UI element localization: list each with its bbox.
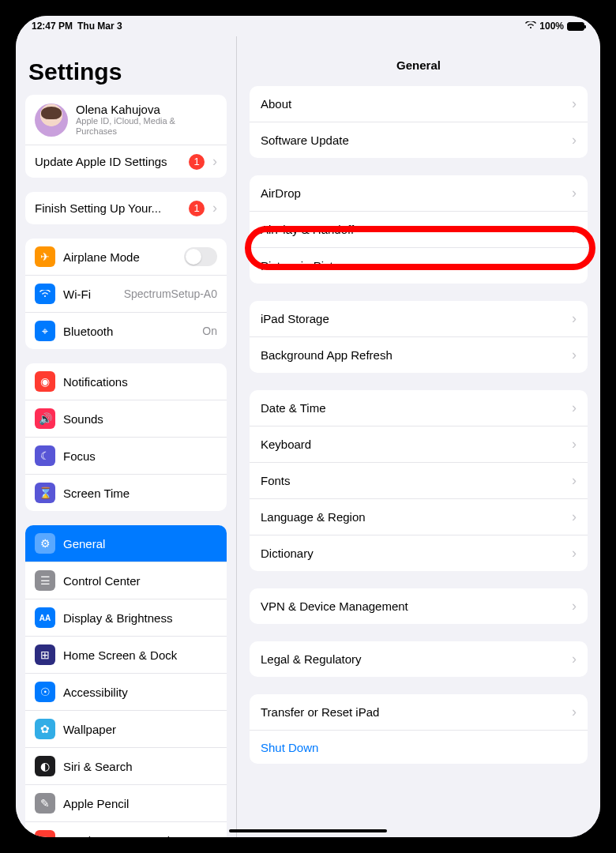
- siri-icon: ◐: [35, 756, 55, 776]
- keyboard-row[interactable]: Keyboard›: [250, 426, 588, 463]
- chevron-right-icon: ›: [572, 436, 577, 453]
- chevron-right-icon: ›: [572, 257, 577, 274]
- transfer-reset-label: Transfer or Reset iPad: [261, 705, 572, 719]
- profile-row[interactable]: Olena Kahujova Apple ID, iCloud, Media &…: [25, 95, 227, 145]
- storage-row[interactable]: iPad Storage›: [250, 301, 588, 337]
- pencil-row[interactable]: ✎ Apple Pencil: [25, 785, 227, 822]
- focus-label: Focus: [63, 449, 217, 463]
- battery-percent: 100%: [539, 21, 564, 32]
- sidebar: Settings Olena Kahujova Apple ID, iCloud…: [16, 36, 237, 837]
- fingerprint-icon: ◎: [35, 830, 55, 837]
- chevron-right-icon: ›: [212, 153, 217, 170]
- touchid-label: Touch ID & Passcode: [63, 834, 217, 837]
- datetime-row[interactable]: Date & Time›: [250, 390, 588, 426]
- moon-icon: ☾: [35, 445, 55, 466]
- bluetooth-row[interactable]: ⌖ Bluetooth On: [25, 313, 227, 349]
- accessibility-row[interactable]: ☉ Accessibility: [25, 674, 227, 711]
- brightness-icon: AA: [35, 607, 55, 628]
- touchid-row[interactable]: ◎ Touch ID & Passcode: [25, 822, 227, 837]
- badge: 1: [189, 154, 205, 170]
- homescreen-label: Home Screen & Dock: [63, 648, 217, 662]
- fonts-row[interactable]: Fonts›: [250, 463, 588, 499]
- chevron-right-icon: ›: [572, 651, 577, 667]
- screen: 12:47 PM Thu Mar 3 100% Settings: [16, 16, 600, 837]
- wifi-settings-icon: [35, 284, 55, 304]
- airplane-mode-label: Airplane Mode: [63, 250, 176, 264]
- sounds-label: Sounds: [63, 412, 217, 426]
- software-update-row[interactable]: Software Update›: [250, 122, 588, 158]
- vpn-row[interactable]: VPN & Device Management›: [250, 588, 588, 624]
- airplane-toggle[interactable]: [184, 247, 217, 266]
- general-label: General: [63, 537, 217, 551]
- about-row[interactable]: About›: [250, 86, 588, 122]
- airplane-icon: ✈: [35, 246, 55, 267]
- shutdown-row[interactable]: Shut Down: [250, 731, 588, 764]
- controlcenter-row[interactable]: ☰ Control Center: [25, 562, 227, 599]
- battery-icon: [567, 22, 584, 31]
- general-row[interactable]: ⚙ General: [25, 525, 227, 562]
- profile-name: Olena Kahujova: [76, 103, 217, 116]
- screentime-label: Screen Time: [63, 487, 217, 500]
- badge: 1: [189, 201, 205, 216]
- keyboard-label: Keyboard: [261, 438, 572, 451]
- wifi-value: SpectrumSetup-A0: [124, 287, 217, 300]
- notifications-label: Notifications: [63, 375, 217, 389]
- update-apple-id-row[interactable]: Update Apple ID Settings 1 ›: [25, 145, 227, 178]
- wallpaper-label: Wallpaper: [63, 723, 217, 736]
- dictionary-label: Dictionary: [261, 547, 572, 560]
- chevron-right-icon: ›: [572, 472, 577, 489]
- airdrop-row[interactable]: AirDrop›: [250, 175, 588, 212]
- airplane-mode-row[interactable]: ✈ Airplane Mode: [25, 239, 227, 276]
- avatar: [35, 103, 68, 137]
- legal-row[interactable]: Legal & Regulatory›: [250, 641, 588, 677]
- chevron-right-icon: ›: [572, 400, 577, 416]
- storage-label: iPad Storage: [261, 312, 572, 325]
- software-update-label: Software Update: [261, 133, 572, 147]
- homescreen-row[interactable]: ⊞ Home Screen & Dock: [25, 637, 227, 674]
- focus-row[interactable]: ☾ Focus: [25, 438, 227, 475]
- accessibility-label: Accessibility: [63, 686, 217, 699]
- wifi-label: Wi-Fi: [63, 287, 116, 301]
- pip-label: Picture in Picture: [261, 259, 572, 272]
- finish-setup-row[interactable]: Finish Setting Up Your... 1 ›: [25, 192, 227, 224]
- hourglass-icon: ⌛: [35, 483, 55, 503]
- status-date: Thu Mar 3: [77, 21, 122, 32]
- airplay-handoff-row[interactable]: AirPlay & Handoff›: [250, 212, 588, 248]
- home-indicator[interactable]: [229, 829, 387, 832]
- wallpaper-row[interactable]: ✿ Wallpaper: [25, 711, 227, 748]
- pencil-label: Apple Pencil: [63, 797, 217, 810]
- siri-label: Siri & Search: [63, 760, 217, 773]
- notifications-row[interactable]: ◉ Notifications: [25, 363, 227, 400]
- siri-row[interactable]: ◐ Siri & Search: [25, 748, 227, 785]
- pip-row[interactable]: Picture in Picture›: [250, 248, 588, 284]
- fonts-label: Fonts: [261, 474, 572, 487]
- flower-icon: ✿: [35, 719, 55, 739]
- pencil-icon: ✎: [35, 793, 55, 814]
- chevron-right-icon: ›: [572, 96, 577, 112]
- transfer-reset-row[interactable]: Transfer or Reset iPad›: [250, 694, 588, 731]
- bluetooth-icon: ⌖: [35, 321, 55, 341]
- chevron-right-icon: ›: [212, 200, 217, 216]
- bluetooth-value: On: [202, 325, 217, 337]
- ipad-frame: 12:47 PM Thu Mar 3 100% Settings: [8, 8, 608, 845]
- chevron-right-icon: ›: [572, 347, 577, 363]
- wifi-icon: [525, 21, 536, 32]
- wifi-row[interactable]: Wi-Fi SpectrumSetup-A0: [25, 276, 227, 313]
- display-row[interactable]: AA Display & Brightness: [25, 599, 227, 637]
- language-row[interactable]: Language & Region›: [250, 499, 588, 535]
- status-bar: 12:47 PM Thu Mar 3 100%: [16, 16, 600, 36]
- finish-setup-label: Finish Setting Up Your...: [35, 201, 181, 215]
- speaker-icon: 🔊: [35, 408, 55, 429]
- screentime-row[interactable]: ⌛ Screen Time: [25, 475, 227, 511]
- chevron-right-icon: ›: [572, 132, 577, 148]
- grid-icon: ⊞: [35, 644, 55, 665]
- bell-icon: ◉: [35, 371, 55, 392]
- background-refresh-row[interactable]: Background App Refresh›: [250, 337, 588, 373]
- chevron-right-icon: ›: [572, 185, 577, 201]
- sounds-row[interactable]: 🔊 Sounds: [25, 400, 227, 438]
- bluetooth-label: Bluetooth: [63, 325, 194, 338]
- display-label: Display & Brightness: [63, 611, 217, 625]
- dictionary-row[interactable]: Dictionary›: [250, 535, 588, 571]
- chevron-right-icon: ›: [572, 545, 577, 562]
- vpn-label: VPN & Device Management: [261, 599, 572, 613]
